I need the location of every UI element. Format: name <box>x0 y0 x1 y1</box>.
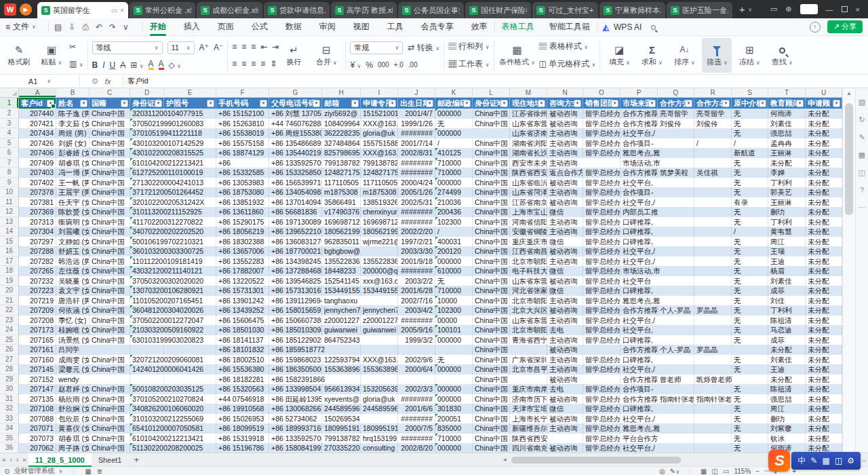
cell[interactable]: 654101200007050581 <box>130 423 164 434</box>
cell[interactable]: 未分配 <box>806 325 842 335</box>
header-cell[interactable]: 身份证号▼ <box>130 98 164 109</box>
cell[interactable]: 511302200208200025 <box>130 443 164 453</box>
cell[interactable] <box>658 237 694 247</box>
cell[interactable] <box>694 148 732 158</box>
cell[interactable]: XXX@163. <box>361 119 398 129</box>
column-header-N[interactable]: N <box>547 88 583 98</box>
cell[interactable] <box>398 375 435 385</box>
cell[interactable]: 无 <box>732 109 768 119</box>
cell[interactable]: +86 15196786 <box>216 443 269 453</box>
cell[interactable]: 有录 <box>732 197 768 208</box>
cell[interactable]: 河南省信阳 <box>510 217 547 227</box>
cell[interactable]: 黄嘉仪 (女 <box>56 423 90 434</box>
cell[interactable]: 244589596 <box>361 404 398 414</box>
new-tab-button[interactable]: + <box>739 3 745 15</box>
cell[interactable]: 蒯玏 <box>768 207 806 217</box>
cell[interactable]: +86 15731301 <box>216 286 269 296</box>
cell[interactable]: 留学总经办 <box>583 335 620 345</box>
sheet-tab[interactable]: Sheet1 <box>92 453 129 467</box>
cell[interactable]: 杨欣雨 (女 <box>56 394 90 404</box>
cell[interactable]: 留学总经办 <box>583 276 620 286</box>
cell[interactable]: 留学总经办 <box>583 237 620 247</box>
cell[interactable]: jennychen7 <box>322 305 361 316</box>
cell[interactable]: 成菲 <box>768 335 806 345</box>
cell[interactable]: 371721200501264452 <box>130 187 164 197</box>
cell[interactable]: 2002/7/16 <box>398 296 435 306</box>
cell[interactable]: +86 18101832 <box>216 345 269 355</box>
cell[interactable]: 汤景然 (女 <box>56 335 90 345</box>
cell[interactable] <box>732 345 768 355</box>
cell[interactable]: 799138782 <box>322 158 361 168</box>
cell[interactable]: China中国 <box>473 109 510 119</box>
cell[interactable]: 180995191 <box>322 423 361 434</box>
cell[interactable]: 主动咨询 <box>547 217 583 227</box>
cell[interactable]: 留学总经办 <box>583 384 620 394</box>
cell[interactable] <box>583 375 620 385</box>
cell[interactable]: 筑梦美程 <box>658 168 694 178</box>
cell[interactable]: China中国 <box>90 138 130 149</box>
cell[interactable]: 留学总经办 <box>583 187 620 197</box>
cell[interactable]: China中国 <box>473 394 510 404</box>
cell[interactable]: 2001/9/18 <box>398 256 435 267</box>
cell[interactable]: 799138782 <box>322 434 361 444</box>
cell[interactable]: 主动咨询 <box>547 128 583 138</box>
cell[interactable]: 370502200012272047 <box>130 316 164 326</box>
cell[interactable]: 无 <box>732 335 768 345</box>
cell[interactable]: 留学总经办 <box>583 394 620 404</box>
cell[interactable]: 青海省西宁 <box>510 335 547 345</box>
cell[interactable]: 135522836 <box>361 256 398 267</box>
row-number[interactable]: 32 <box>0 404 19 414</box>
cell[interactable]: +86 周煜155380 <box>269 128 322 138</box>
cell[interactable]: +86 18874129 <box>216 148 269 158</box>
cell[interactable]: v17490376 <box>322 207 361 217</box>
cell[interactable]: China中国 <box>473 305 510 316</box>
zoom-level[interactable]: 115% <box>734 468 751 475</box>
cell[interactable]: 微信 <box>547 266 583 276</box>
cell[interactable]: 四川省南充 <box>510 443 547 453</box>
cell[interactable]: 1997/2/21 <box>398 237 435 247</box>
filter-dropdown-icon[interactable]: ▼ <box>260 100 267 107</box>
cell[interactable]: 彭睿婧 (女 <box>56 148 90 158</box>
cell[interactable]: 被动咨询 <box>547 109 583 119</box>
cell[interactable]: 370502199901260083 <box>130 119 164 129</box>
cell[interactable]: 未分配 <box>806 246 842 256</box>
cell[interactable]: China中国 <box>90 168 130 178</box>
cell[interactable]: 2002/9/6 <box>398 355 435 365</box>
cell[interactable]: 李婵 <box>768 168 806 178</box>
header-cell[interactable]: 市场来源▼ <box>620 98 658 109</box>
cell[interactable]: 黄韦慧 <box>768 227 806 237</box>
cell[interactable]: 未分配 <box>768 345 806 355</box>
cell[interactable]: 169698712 <box>322 217 361 227</box>
cell[interactable]: 周子路 (女 <box>56 443 90 453</box>
cell[interactable]: 主动咨询 <box>547 256 583 267</box>
cell[interactable] <box>694 404 732 414</box>
cell[interactable]: China中国 <box>90 335 130 345</box>
cell[interactable]: +86 1877000215 <box>269 246 322 256</box>
cell[interactable]: 被动咨询 <box>547 305 583 316</box>
cell[interactable]: 文静如 (女 <box>56 237 90 247</box>
header-cell[interactable]: 身份证地▼ <box>473 98 510 109</box>
cell[interactable]: 内部员工推 <box>620 207 658 217</box>
cell[interactable]: m1875308 <box>322 187 361 197</box>
cell[interactable]: +86 1372884680 <box>269 266 322 276</box>
cell[interactable]: +86 <box>216 158 269 168</box>
cell[interactable]: 207402 <box>19 178 56 188</box>
cell[interactable]: +44 07546918 <box>216 394 269 404</box>
column-header-A[interactable]: A <box>19 88 56 98</box>
cell[interactable]: 180562199 <box>361 227 398 237</box>
last-sheet-icon[interactable]: » <box>22 456 26 463</box>
cell[interactable]: 社交平台,/ <box>620 256 658 267</box>
cell[interactable]: +86 1395468251 <box>269 276 322 286</box>
header-cell[interactable]: 销售团队▼ <box>583 98 620 109</box>
column-header-F[interactable]: F <box>216 88 269 98</box>
cell[interactable]: ######## <box>398 168 435 178</box>
cell[interactable]: 留学总经办 <box>583 325 620 335</box>
cell[interactable]: +86 15026953 <box>216 414 269 424</box>
cell[interactable]: 陈祖清 <box>768 316 806 326</box>
cell[interactable]: 244589596 <box>322 404 361 414</box>
cell[interactable] <box>694 364 732 375</box>
cell[interactable]: 主动咨询 <box>547 158 583 168</box>
cell[interactable]: 无 <box>732 128 768 138</box>
cell[interactable]: 2001/6/6 <box>398 404 435 414</box>
clear-format-button[interactable]: ◇ ∨ <box>169 60 181 70</box>
